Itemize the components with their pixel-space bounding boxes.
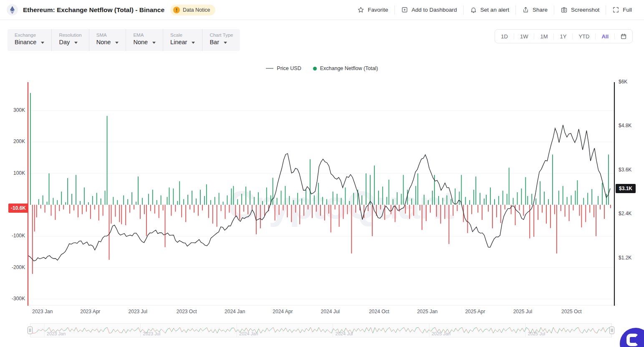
share-button[interactable]: Share (516, 0, 554, 20)
chevron-down-icon (152, 42, 156, 44)
exchange-dropdown[interactable]: Exchange Binance (8, 29, 51, 51)
x-axis-tick-label: 2025 Jan (417, 309, 437, 314)
navigator-right-handle[interactable] (609, 327, 614, 334)
dot-swatch-icon (313, 67, 317, 70)
chevron-down-icon (74, 42, 78, 44)
chart-settings-panel: Exchange Binance Resolution Day SMA None… (8, 29, 240, 51)
legend-price-usd[interactable]: Price USD (266, 65, 301, 71)
netflow-last-value-badge: -10.6K (8, 204, 28, 213)
line-swatch-icon (266, 68, 273, 69)
left-axis-tick-label: -200K (12, 264, 25, 270)
left-axis-tick-label: 100K (13, 170, 25, 176)
navigator-left-handle[interactable] (28, 327, 33, 334)
bell-icon (470, 6, 477, 13)
x-axis-tick-label: 2023 Jul (129, 309, 147, 314)
x-axis-tick-label: 2024 Oct (369, 309, 389, 314)
set-alert-button[interactable]: Set an alert (464, 0, 515, 20)
left-axis-tick-label: -300K (12, 296, 25, 302)
chart-type-dropdown[interactable]: Chart Type Bar (202, 29, 240, 51)
navigator-tick-label: 2024 Jul (336, 331, 353, 336)
star-icon (357, 6, 364, 13)
right-axis-tick-label: $4.8K (619, 123, 631, 128)
x-axis-tick-label: 2023 Oct (177, 309, 197, 314)
camera-icon (561, 6, 568, 13)
navigator-tick-label: 2023 Jan (47, 331, 66, 336)
calendar-icon (620, 33, 627, 40)
dashboard-add-icon (401, 6, 408, 13)
share-icon (522, 6, 529, 13)
chat-bubble-icon (626, 334, 639, 346)
range-1w[interactable]: 1W (514, 30, 534, 43)
left-axis-tick-label: 300K (13, 107, 25, 113)
x-axis-tick-label: 2023 Apr (80, 309, 100, 314)
chat-widget-button[interactable] (620, 328, 644, 347)
screenshot-button[interactable]: Screenshot (554, 0, 606, 20)
chart-navigator[interactable]: 2023 Jan2023 Jul2024 Jan2024 Jul2025 Jan… (30, 323, 612, 337)
range-1y[interactable]: 1Y (554, 30, 572, 43)
right-axis-tick-label: $1.2K (619, 255, 631, 261)
scale-dropdown[interactable]: Scale Linear (163, 29, 202, 51)
range-1m[interactable]: 1M (534, 30, 553, 43)
chart-legend: Price USD Exchange Netflow (Total) (0, 65, 644, 71)
range-1d[interactable]: 1D (495, 30, 514, 43)
range-all[interactable]: All (596, 30, 614, 43)
header: Ethereum: Exchange Netflow (Total) - Bin… (0, 0, 644, 20)
favorite-button[interactable]: Favorite (351, 0, 394, 20)
add-to-dashboard-button[interactable]: Add to Dashboard (395, 0, 463, 20)
chevron-down-icon (224, 42, 227, 44)
warning-icon: ! (173, 7, 180, 13)
left-axis-tick-label: -100K (12, 233, 25, 239)
ema-dropdown[interactable]: EMA None (126, 29, 163, 51)
resolution-dropdown[interactable]: Resolution Day (51, 29, 88, 51)
chevron-down-icon (115, 42, 119, 44)
x-axis-tick-label: 2025 Jul (513, 309, 532, 314)
x-axis-tick-label: 2023 Jan (32, 309, 53, 314)
ethereum-logo-icon (7, 4, 18, 15)
data-notice-badge[interactable]: ! Data Notice (170, 5, 215, 15)
page-title: Ethereum: Exchange Netflow (Total) - Bin… (23, 6, 164, 14)
range-ytd[interactable]: YTD (573, 30, 595, 43)
navigator-tick-label: 2024 Jan (239, 331, 258, 336)
calendar-range-button[interactable] (615, 33, 632, 40)
right-axis-tick-label: $6K (619, 79, 627, 85)
x-axis-tick-label: 2025 Oct (561, 309, 582, 314)
navigator-tick-label: 2025 Jul (528, 331, 546, 336)
legend-exchange-netflow[interactable]: Exchange Netflow (Total) (313, 65, 378, 71)
x-axis-tick-label: 2024 Jul (321, 309, 340, 314)
sma-dropdown[interactable]: SMA None (89, 29, 126, 51)
fullscreen-button[interactable]: Full (606, 0, 638, 20)
fullscreen-icon (612, 6, 619, 13)
navigator-sparkline (30, 324, 611, 337)
x-axis-tick-label: 2024 Apr (273, 309, 293, 314)
time-range-selector: 1D 1W 1M 1Y YTD All (495, 29, 633, 43)
chevron-down-icon (192, 42, 195, 44)
x-axis-tick-label: 2025 Apr (465, 309, 485, 314)
header-actions: Favorite Add to Dashboard Set an alert S… (351, 0, 638, 20)
right-axis-tick-label: $3.6K (619, 167, 631, 173)
right-axis-tick-label: $2.4K (619, 211, 631, 216)
price-last-value-badge: $3.1K (616, 184, 636, 193)
main-chart[interactable] (0, 82, 644, 306)
navigator-tick-label: 2025 Jan (432, 331, 450, 336)
chevron-down-icon (41, 42, 44, 44)
x-axis-tick-label: 2024 Jan (225, 309, 245, 314)
left-axis-tick-label: 200K (13, 138, 25, 144)
navigator-tick-label: 2023 Jul (143, 331, 161, 336)
cryptoquant-chart-page: Ethereum: Exchange Netflow (Total) - Bin… (0, 0, 644, 347)
